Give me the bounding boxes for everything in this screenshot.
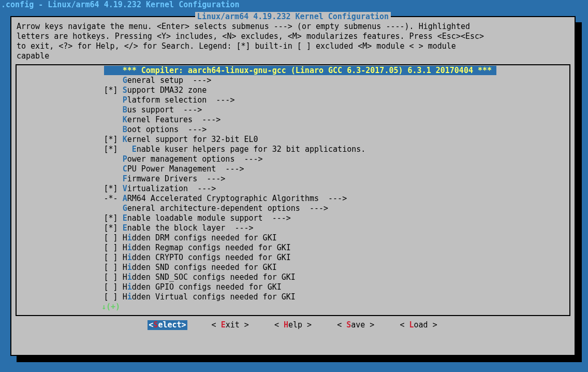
hotkey: K [123, 135, 127, 144]
menu-item-label: dden CRYPTO configs needed for GKI [132, 253, 291, 262]
menu-item[interactable]: [ ] Hidden SND configs needed for GKI [20, 263, 566, 273]
menu-item[interactable]: [ ] Hidden Virtual configs needed for GK… [20, 292, 566, 302]
hotkey: V [123, 184, 127, 193]
menu-item[interactable]: [ ] Hidden GPIO configs needed for GKI [20, 282, 566, 292]
menu-item-label: ernel Features ---> [127, 115, 221, 124]
menu-item-label: RM64 Accelerated Cryptographic Algorithm… [127, 194, 347, 203]
menu-item-label: upport DMA32 zone [127, 85, 207, 95]
dialog-title-row: Linux/arm64 4.19.232 Kernel Configuratio… [16, 12, 570, 22]
menu-item-label: nable loadable module support ---> [127, 213, 291, 223]
menu-item-label: oot options ---> [127, 125, 207, 134]
menu-item-label: eneral architecture-dependent options --… [127, 204, 328, 213]
menu-item[interactable]: [*] Kernel support for 32-bit EL0 [20, 135, 566, 145]
menu-item-label: latform selection ---> [127, 95, 235, 105]
help-line: to exit, <?> for Help, </> for Search. L… [17, 41, 569, 51]
menu-item-label: eneral setup ---> [127, 76, 212, 85]
button-row: <Select> < Exit > < Help > < Save > < Lo… [16, 319, 570, 331]
dialog: Linux/arm64 4.19.232 Kernel Configuratio… [10, 16, 576, 356]
menu-panel[interactable]: *** Compiler: aarch64-linux-gnu-gcc (Lin… [16, 64, 570, 316]
menu-item[interactable]: [*] Enable loadable module support ---> [20, 213, 566, 223]
hotkey: E [123, 223, 127, 233]
menu-item[interactable]: *** Compiler: aarch64-linux-gnu-gcc (Lin… [20, 66, 496, 76]
menu-item-label: nable the block layer ---> [127, 223, 254, 233]
help-button[interactable]: < Help > [273, 320, 313, 330]
hotkey: K [123, 115, 127, 124]
menu-item-label: PU Power Management ---> [127, 164, 244, 174]
cursor-icon [104, 66, 109, 75]
hotkey: C [123, 164, 127, 174]
menu-item[interactable]: CPU Power Management ---> [20, 164, 566, 174]
menu-item[interactable]: [*] Enable the block layer ---> [20, 223, 566, 233]
hotkey: G [123, 204, 127, 213]
menu-item[interactable]: [ ] Hidden DRM configs needed for GKI [20, 233, 566, 243]
menu-item[interactable]: -*- ARM64 Accelerated Cryptographic Algo… [20, 194, 566, 204]
menu-item[interactable]: [ ] Hidden Regmap configs needed for GKI [20, 243, 566, 253]
hotkey: i [127, 292, 132, 302]
save-button[interactable]: < Save > [336, 320, 375, 330]
hotkey: P [123, 154, 127, 164]
menu-item[interactable]: General architecture-dependent options -… [20, 204, 566, 213]
hotkey: E [123, 213, 127, 223]
menu-item-label: dden DRM configs needed for GKI [132, 233, 277, 242]
hotkey: i [127, 243, 132, 252]
hotkey: S [123, 85, 127, 95]
hotkey: i [127, 263, 132, 272]
menu-item[interactable]: Platform selection ---> [20, 95, 566, 105]
hotkey: i [127, 273, 132, 282]
menu-item-label: irtualization ---> [127, 184, 216, 193]
menu-item-label: irmware Drivers ---> [127, 174, 226, 183]
more-indicator-icon: ↓(+) [20, 302, 566, 312]
exit-button[interactable]: < Exit > [211, 320, 250, 330]
menu-item-label: dden Virtual configs needed for GKI [132, 292, 296, 302]
menu-item[interactable]: Bus support ---> [20, 105, 566, 115]
menu-item-label: ower management options ---> [127, 154, 263, 164]
menu-item-label: *** Compiler: aarch64-linux-gnu-gcc (Lin… [123, 66, 492, 75]
hotkey: G [123, 76, 127, 85]
hotkey: i [127, 282, 132, 292]
menu-item[interactable]: [ ] Hidden CRYPTO configs needed for GKI [20, 253, 566, 263]
menu-item[interactable]: Firmware Drivers ---> [20, 174, 566, 184]
menu-item[interactable]: General setup ---> [20, 76, 566, 85]
help-text: Arrow keys navigate the menu. <Enter> se… [16, 22, 570, 64]
window-title: .config - Linux/arm64 4.19.232 Kernel Co… [0, 0, 588, 10]
menu-item[interactable]: [ ] Hidden SND_SOC configs needed for GK… [20, 273, 566, 282]
hotkey: A [123, 194, 127, 203]
menu-item-label: dden Regmap configs needed for GKI [132, 243, 291, 252]
hotkey: i [127, 253, 132, 262]
menu-item[interactable]: Boot options ---> [20, 125, 566, 135]
dialog-container: Linux/arm64 4.19.232 Kernel Configuratio… [10, 16, 588, 356]
menu-item[interactable]: [*] Virtualization ---> [20, 184, 566, 194]
help-line: Arrow keys navigate the menu. <Enter> se… [17, 22, 569, 32]
menu-item-label: dden SND configs needed for GKI [132, 263, 277, 272]
menu-item-label: nable kuser helpers page for 32 bit appl… [137, 145, 366, 154]
menu-item-label: ernel support for 32-bit EL0 [127, 135, 258, 144]
menu-item[interactable]: [*] Enable kuser helpers page for 32 bit… [20, 145, 566, 154]
menu-item-label: us support ---> [127, 105, 202, 115]
menu-item[interactable]: [*] Support DMA32 zone [20, 85, 566, 95]
hotkey: B [123, 125, 127, 134]
menu-item[interactable]: Kernel Features ---> [20, 115, 566, 125]
select-button[interactable]: <Select> [148, 320, 187, 330]
menu-item[interactable]: Power management options ---> [20, 154, 566, 164]
hotkey: B [123, 105, 127, 115]
help-line: letters are hotkeys. Pressing <Y> includ… [17, 32, 569, 41]
hotkey: E [132, 145, 137, 154]
dialog-title: Linux/arm64 4.19.232 Kernel Configuratio… [195, 12, 391, 22]
load-button[interactable]: < Load > [399, 320, 438, 330]
menu-item-label: dden GPIO configs needed for GKI [132, 282, 282, 292]
menu-item-label: dden SND_SOC configs needed for GKI [132, 273, 296, 282]
hotkey: P [123, 95, 127, 105]
hotkey: i [127, 233, 132, 242]
help-line: capable [17, 51, 569, 61]
hotkey: F [123, 174, 127, 183]
